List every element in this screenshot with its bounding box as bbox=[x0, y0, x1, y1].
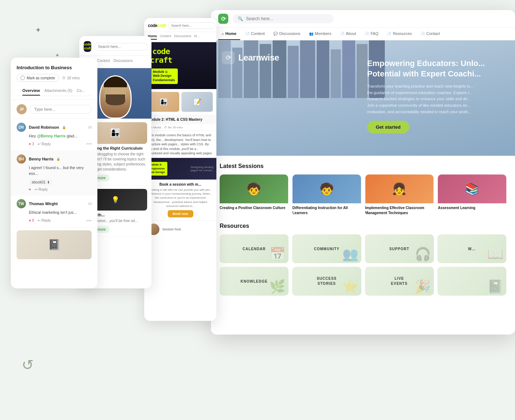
book-now-button[interactable]: Book now bbox=[168, 210, 193, 217]
time-thomas: 2d bbox=[88, 202, 92, 205]
nav-content[interactable]: 📄 Content bbox=[242, 28, 269, 40]
get-started-button[interactable]: Get started bbox=[367, 121, 409, 133]
course-nav-content[interactable]: Content bbox=[160, 34, 171, 40]
instructor-row: Session host bbox=[144, 220, 216, 238]
nav-contact[interactable]: 📄 Contact bbox=[417, 28, 444, 40]
deco-spiral: ↺ bbox=[22, 357, 34, 373]
comm-search-input[interactable] bbox=[94, 43, 148, 50]
hero-content: Empowering Educators: Unlo...Potential w… bbox=[367, 58, 504, 133]
session-card-4[interactable]: 📚 Assessment Learning bbox=[438, 174, 506, 216]
attachment-label: ebook01 bbox=[32, 180, 45, 184]
card-discussion: Introduction to Business Mark as complet… bbox=[11, 58, 97, 288]
mark-complete-button[interactable]: Mark as complete bbox=[17, 74, 59, 82]
comment-user-row-thomas: TW Thomas Wirght 2d bbox=[17, 199, 92, 208]
module1-label: Module 1:Web DesignFundamentals bbox=[153, 70, 175, 82]
resource-4[interactable]: 📖 W... bbox=[437, 234, 506, 263]
faq-icon: 📄 bbox=[365, 32, 369, 36]
curriculum-section: 👩‍👧 📝 bbox=[144, 89, 216, 115]
attachment-tag[interactable]: ebook01 ⬇ bbox=[29, 179, 53, 185]
resource-knowledge[interactable]: 🌿 KNOWLEDGE bbox=[220, 267, 289, 296]
resource-support[interactable]: 🎧 SUPPORT bbox=[365, 234, 434, 263]
nav-faq-label: FAQ bbox=[370, 31, 378, 36]
download-icon[interactable]: ⬇ bbox=[47, 180, 50, 184]
comment-item-thomas: TW Thomas Wirght 2d Ethical marketing is… bbox=[11, 195, 97, 227]
nav-contact-label: Contact bbox=[426, 31, 440, 36]
check-icon bbox=[21, 76, 25, 80]
lw-topbar: ⟳ 🔍 bbox=[211, 10, 515, 28]
course-search[interactable] bbox=[168, 22, 215, 29]
disc-header: Introduction to Business Mark as complet… bbox=[11, 58, 97, 100]
nav-about[interactable]: 📄 About bbox=[336, 28, 360, 40]
module3-section: Module 3:ResponsiveWeb Design Designing … bbox=[144, 158, 216, 180]
nav-home[interactable]: ⌂ Home bbox=[218, 28, 240, 40]
course-logo: codecraft bbox=[148, 23, 166, 28]
mention-benny: @Benny Harris bbox=[37, 134, 66, 138]
nav-members[interactable]: 👥 Members bbox=[305, 28, 335, 40]
resource-community[interactable]: 👥 COMMUNITY bbox=[292, 234, 361, 263]
session-img-4: 📚 bbox=[438, 174, 506, 203]
resource-8[interactable]: 📓 bbox=[437, 267, 506, 296]
resource-live-events[interactable]: 🎉 LIVEEVENTS bbox=[365, 267, 434, 296]
course-header: codecraft bbox=[144, 18, 216, 32]
comm-nav-content[interactable]: Content bbox=[97, 59, 110, 65]
like-button-thomas[interactable]: ♥ 8 bbox=[29, 218, 34, 222]
current-user-avatar: JP bbox=[17, 104, 27, 114]
nav-faq[interactable]: 📄 FAQ bbox=[361, 28, 382, 40]
home-icon: ⌂ bbox=[222, 32, 224, 36]
content-icon: 📄 bbox=[245, 32, 250, 36]
comment-text-thomas: Ethical marketing isn't jus... bbox=[29, 210, 92, 215]
book-title: Book a session with m... bbox=[159, 182, 201, 186]
comm-header: codecraft bbox=[79, 36, 151, 56]
resource-live-label: LIVEEVENTS bbox=[391, 276, 408, 286]
avatar-thomas: TW bbox=[17, 199, 26, 208]
nav-discussions[interactable]: 💬 Discussions bbox=[270, 28, 304, 40]
like-button-david[interactable]: ♥ 3 bbox=[29, 142, 34, 146]
tab-overview[interactable]: Overview bbox=[22, 88, 40, 96]
avatar-benny: BH bbox=[17, 154, 26, 164]
discussions-icon: 💬 bbox=[273, 32, 278, 36]
about-icon: 📄 bbox=[340, 32, 344, 36]
card-course: codecraft Home Content Discussions M... … bbox=[144, 18, 216, 321]
more-options-thomas[interactable]: ••• bbox=[86, 218, 92, 224]
lw-hero: ⟳ Learnwise Empowering Educators: Unlo..… bbox=[211, 40, 515, 156]
comm-nav-discussions[interactable]: Discussions bbox=[114, 59, 133, 65]
resource-calendar[interactable]: 📅 CALENDAR bbox=[220, 234, 289, 263]
logo-symbol: ⟳ bbox=[221, 16, 226, 22]
course-nav-more[interactable]: M... bbox=[194, 34, 200, 40]
session-card-2[interactable]: 🧒 Differentiating Instruction for All Le… bbox=[292, 174, 361, 216]
nav-resources[interactable]: 📄 Resources bbox=[383, 28, 415, 40]
hero-title: Empowering Educators: Unlo...Potential w… bbox=[367, 58, 504, 79]
reply-button-thomas[interactable]: ↩ Reply bbox=[38, 218, 50, 222]
learnwise-logo: ⟳ bbox=[218, 14, 228, 24]
tab-attachments[interactable]: Attachments (5) bbox=[44, 88, 72, 96]
hero-text: codecraft bbox=[150, 47, 172, 65]
comment-input-row: JP bbox=[11, 100, 97, 119]
comment-actions-benny: ♥ ↩ Reply bbox=[29, 187, 92, 191]
course-nav-discussions[interactable]: Discussions bbox=[174, 34, 192, 40]
mark-complete-label: Mark as complete bbox=[27, 76, 55, 80]
resource-support-label: SUPPORT bbox=[389, 247, 409, 251]
nav-content-label: Content bbox=[251, 31, 265, 36]
resource-success-stories[interactable]: ⭐ SUCCESSSTORIES bbox=[292, 267, 361, 296]
learnwise-brand: Learnwise bbox=[238, 53, 279, 63]
tab-co[interactable]: Co... bbox=[77, 88, 85, 96]
sessions-grid: 🧒 Creating a Positive Classroom Culture … bbox=[220, 174, 506, 216]
session-card-3[interactable]: 👧 Implementing Effective Classroom Manag… bbox=[365, 174, 434, 216]
reply-button-benny[interactable]: ↩ Reply bbox=[35, 187, 48, 191]
session-card-1[interactable]: 🧒 Creating a Positive Classroom Culture bbox=[220, 174, 288, 216]
username-david: David Robinson bbox=[29, 125, 59, 129]
resource-success-label: SUCCESSSTORIES bbox=[317, 276, 336, 286]
hero-desc: Transform your teaching practice and rea… bbox=[367, 83, 504, 115]
disc-tabs: Overview Attachments (5) Co... bbox=[17, 85, 92, 96]
nav-home-label: Home bbox=[225, 31, 237, 36]
resources-title: Resources bbox=[220, 223, 506, 229]
reply-button-david[interactable]: ↩ Reply bbox=[38, 142, 50, 146]
more-options-david[interactable]: ••• bbox=[86, 141, 92, 147]
username-thomas: Thomas Wirght bbox=[29, 202, 58, 206]
comment-user-row-benny: BH Benny Harris 🔒 bbox=[17, 154, 92, 164]
like-button-benny[interactable]: ♥ bbox=[29, 187, 31, 191]
lock-icon-david: 🔒 bbox=[62, 125, 66, 129]
comment-text-benny: I agree! I found s... but the very ess..… bbox=[29, 165, 92, 176]
comment-input[interactable] bbox=[30, 105, 92, 114]
lw-search-input[interactable] bbox=[246, 16, 329, 21]
